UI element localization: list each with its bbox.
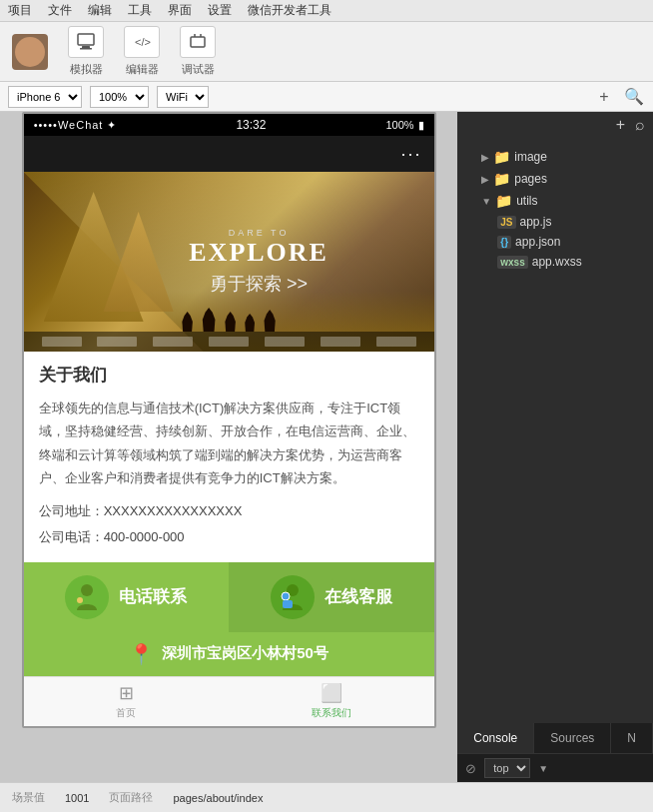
banner-explore: EXPLORE bbox=[189, 238, 328, 268]
devtools-tabs: Console Sources N bbox=[457, 723, 653, 753]
simulator-button[interactable]: 模拟器 bbox=[68, 26, 104, 77]
tab-console[interactable]: Console bbox=[457, 723, 534, 753]
scene-label: 场景值 bbox=[12, 790, 45, 805]
nav-contact[interactable]: ⬜ 联系我们 bbox=[229, 677, 434, 726]
svg-rect-0 bbox=[78, 34, 94, 45]
tree-folder-image[interactable]: ▶ 📁 image bbox=[457, 146, 653, 168]
banner-dare: DARE TO bbox=[189, 228, 328, 238]
file-tree-panel: + ⌕ ▶ 📁 image ▶ 📁 pages ▼ 📁 utils bbox=[457, 112, 653, 723]
add-file-icon[interactable]: + bbox=[616, 116, 625, 134]
status-time: 13:32 bbox=[236, 118, 266, 132]
svg-point-10 bbox=[282, 592, 290, 600]
zoom-select[interactable]: 100% bbox=[90, 86, 149, 108]
about-phone: 公司电话：400-0000-000 bbox=[39, 524, 419, 550]
menu-file[interactable]: 文件 bbox=[48, 2, 72, 19]
tree-toolbar: + ⌕ bbox=[457, 112, 653, 138]
search-tree-icon[interactable]: ⌕ bbox=[635, 116, 645, 134]
bottom-navigation: ⊞ 首页 ⬜ 联系我们 bbox=[24, 676, 434, 726]
banner-image: DARE TO EXPLORE 勇于探索 >> bbox=[24, 172, 434, 352]
tree-file-appjs[interactable]: JS app.js bbox=[457, 212, 653, 232]
nav-home[interactable]: ⊞ 首页 bbox=[24, 677, 230, 726]
menu-tools[interactable]: 工具 bbox=[128, 2, 152, 19]
context-select[interactable]: top bbox=[484, 758, 530, 778]
simulator-label: 模拟器 bbox=[70, 62, 103, 77]
tab-sources[interactable]: Sources bbox=[534, 723, 611, 753]
svg-rect-1 bbox=[82, 46, 90, 48]
simulator-icon bbox=[68, 26, 104, 58]
editor-icon: </> bbox=[124, 26, 160, 58]
tree-file-appwxss[interactable]: wxss app.wxss bbox=[457, 252, 653, 272]
nav-contact-label: 联系我们 bbox=[312, 706, 351, 720]
phone-status-bar: •••••WeChat ✦ 13:32 100% ▮ bbox=[24, 114, 434, 136]
about-address: 公司地址：XXXXXXXXXXXXXXXX bbox=[39, 498, 419, 524]
tree-folder-utils[interactable]: ▼ 📁 utils bbox=[457, 190, 653, 212]
map-address: 深圳市宝岗区小林村50号 bbox=[162, 644, 328, 663]
about-title: 关于我们 bbox=[39, 364, 419, 387]
nav-more-icon[interactable]: ··· bbox=[401, 144, 422, 165]
js-badge: JS bbox=[497, 216, 515, 229]
status-bar: 场景值 1001 页面路径 pages/about/index bbox=[0, 782, 653, 812]
about-description: 全球领先的信息与通信技术(ICT)解决方案供应商，专注于ICT领域，坚持稳健经营… bbox=[39, 397, 419, 490]
menu-settings[interactable]: 设置 bbox=[208, 2, 232, 19]
tree-file-appjson[interactable]: {} app.json bbox=[457, 232, 653, 252]
dropdown-arrow: ▼ bbox=[538, 763, 548, 774]
folder-name-image: image bbox=[514, 150, 547, 164]
debugger-button[interactable]: 调试器 bbox=[180, 26, 216, 77]
online-service-button[interactable]: 在线客服 bbox=[229, 562, 434, 632]
phone-content[interactable]: DARE TO EXPLORE 勇于探索 >> bbox=[24, 172, 434, 726]
banner-bottom-bar bbox=[24, 332, 434, 352]
address-value: XXXXXXXXXXXXXXXX bbox=[104, 503, 243, 518]
collapse-arrow-pages: ▶ bbox=[481, 174, 489, 185]
console-prompt-icon: ⊘ bbox=[465, 761, 476, 776]
status-left: •••••WeChat ✦ bbox=[34, 119, 117, 132]
tab-network[interactable]: N bbox=[611, 723, 653, 753]
json-badge: {} bbox=[497, 236, 511, 249]
device-bar: iPhone 6 100% WiFi + 🔍 bbox=[0, 82, 653, 112]
network-select[interactable]: WiFi bbox=[157, 86, 209, 108]
menu-project[interactable]: 项目 bbox=[8, 2, 32, 19]
editor-button[interactable]: </> 编辑器 bbox=[124, 26, 160, 77]
contact-icon: ⬜ bbox=[321, 682, 342, 704]
search-icon[interactable]: 🔍 bbox=[623, 86, 645, 108]
menu-wechat-devtools[interactable]: 微信开发者工具 bbox=[248, 2, 331, 19]
svg-rect-11 bbox=[283, 600, 293, 608]
main-layout: •••••WeChat ✦ 13:32 100% ▮ ··· bbox=[0, 112, 653, 782]
menu-interface[interactable]: 界面 bbox=[168, 2, 192, 19]
tree-folder-pages[interactable]: ▶ 📁 pages bbox=[457, 168, 653, 190]
svg-point-7 bbox=[81, 584, 93, 596]
signal-dots: •••••WeChat bbox=[34, 119, 104, 131]
wxss-badge: wxss bbox=[497, 256, 527, 269]
status-right: 100% ▮ bbox=[385, 119, 423, 132]
banner-chinese: 勇于探索 >> bbox=[189, 272, 328, 296]
file-name-appjs: app.js bbox=[520, 215, 552, 229]
folder-icon-utils: 📁 bbox=[495, 193, 512, 209]
phone-icon bbox=[65, 575, 109, 619]
svg-rect-2 bbox=[80, 48, 92, 50]
device-select[interactable]: iPhone 6 bbox=[8, 86, 82, 108]
battery-percent: 100% bbox=[385, 119, 413, 131]
console-area: ⊘ top ▼ bbox=[457, 753, 653, 782]
action-buttons: 电话联系 在线客服 bbox=[24, 562, 434, 632]
menu-edit[interactable]: 编辑 bbox=[88, 2, 112, 19]
folder-icon-pages: 📁 bbox=[493, 171, 510, 187]
phone-label: 公司电话： bbox=[39, 529, 104, 544]
phone-call-button[interactable]: 电话联系 bbox=[24, 562, 230, 632]
phone-frame: •••••WeChat ✦ 13:32 100% ▮ ··· bbox=[22, 112, 436, 728]
about-section: 关于我们 全球领先的信息与通信技术(ICT)解决方案供应商，专注于ICT领域，坚… bbox=[24, 352, 434, 562]
path-label: 页面路径 bbox=[109, 790, 153, 805]
home-icon: ⊞ bbox=[119, 682, 134, 704]
phone-area: •••••WeChat ✦ 13:32 100% ▮ ··· bbox=[0, 112, 457, 782]
toolbar: 模拟器 </> 编辑器 调试器 bbox=[0, 22, 653, 82]
nav-home-label: 首页 bbox=[116, 706, 136, 720]
file-name-appwxss: app.wxss bbox=[532, 255, 582, 269]
svg-text:</>: </> bbox=[135, 36, 151, 48]
folder-name-utils: utils bbox=[516, 194, 537, 208]
chat-icon bbox=[271, 575, 315, 619]
debugger-label: 调试器 bbox=[182, 62, 215, 77]
map-section[interactable]: 📍 深圳市宝岗区小林村50号 bbox=[24, 632, 434, 676]
avatar bbox=[12, 34, 48, 70]
add-icon[interactable]: + bbox=[593, 86, 615, 108]
file-name-appjson: app.json bbox=[515, 235, 560, 249]
map-pin-icon: 📍 bbox=[129, 642, 154, 666]
collapse-arrow-image: ▶ bbox=[481, 152, 489, 163]
